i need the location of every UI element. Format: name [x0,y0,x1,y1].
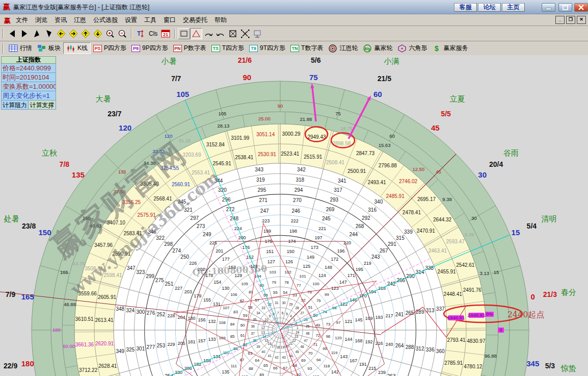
price-inner-label: 2620.91 [95,341,114,346]
wheel-number: 249 [203,232,211,237]
wheel-number: 23 [295,335,299,338]
forward-button[interactable] [18,28,31,39]
wheel-number: 46 [300,345,304,348]
solar-term-label: 清明 [542,214,557,223]
hexagon-button[interactable]: 六角形 [395,43,430,54]
p-table-button[interactable]: PNP数字表 [171,43,209,54]
diamond-down-button[interactable] [92,28,104,39]
winner-service-label: 赢家服务 [443,44,468,53]
wheel-number: 325 [126,347,135,353]
kline-button[interactable]: K线 [63,42,91,54]
gann-wheel-button[interactable]: 江恩轮 [326,43,360,54]
child-restore-button[interactable]: ❐ [566,16,575,24]
wheel-number: 19 [281,345,285,349]
price-outer-label: 3661.36 [75,342,94,347]
child-minimize-button[interactable]: _ [555,16,565,24]
wheel-number: 77 [297,283,301,288]
wheel-number: 131 [213,302,221,307]
percent-label: 31.25 [179,138,191,143]
child-close-button[interactable]: ✕ [577,16,586,24]
home-button[interactable]: 主页 [502,3,525,12]
rim-date-label: 7/9 [6,290,16,298]
step-field: 周天变化步长=1 [1,91,56,101]
quotes-button[interactable]: 行情 [6,43,35,54]
forum-button[interactable]: 论坛 [478,3,501,12]
zoom-in-button[interactable] [104,28,116,39]
back-icon [8,29,17,38]
menu-item-7[interactable]: 工具 [141,15,160,24]
diamond-right-button[interactable] [67,28,79,39]
wheel-number: 276 [147,310,155,316]
hexagon-icon [397,44,407,53]
menu-item-1[interactable]: 文件 [12,15,32,24]
menu-item-5[interactable]: 公式选股 [90,15,121,24]
t-table-button[interactable]: TNT数字表 [288,43,326,54]
price-inner-label: 2538.41 [235,155,254,160]
calc-resistance-button[interactable]: 计算阻力 [1,101,29,110]
calc-support-button[interactable]: 计算支撑 [29,101,56,110]
triangle-tool-button[interactable] [190,28,202,39]
wheel-number: 6 [282,311,284,315]
diamond-up-button[interactable] [79,28,92,39]
9t-square-button[interactable]: T99T四方形 [247,43,288,54]
percent-label: 21.88 [300,116,312,122]
menu-item-2[interactable]: 浏览 [32,15,51,24]
wheel-number: 274 [172,248,181,254]
skew-up-button[interactable] [31,28,43,39]
coefficient-field: 变换系数=1.00000 [1,82,56,91]
maximize-button[interactable] [558,3,572,12]
wheel-number: 215 [368,366,376,371]
crosshair-button[interactable] [239,28,251,39]
menu-item-8[interactable]: 窗口 [160,15,179,24]
back-button[interactable] [6,28,18,39]
menu-item-9[interactable]: 交易委托 [179,15,211,24]
screen-button[interactable] [251,28,263,39]
wheel-number: 22 [292,339,296,342]
rim-date-label: 5/5 [441,110,451,118]
menu-item-4[interactable]: 江恩 [70,15,90,24]
calendar-button[interactable]: 21 [159,28,172,39]
minimize-button[interactable] [542,3,555,12]
wheel-number: 43 [282,356,286,359]
triangle-tool-icon [192,29,201,38]
diamond-down-icon [93,29,102,38]
arc-ccw-button[interactable] [215,28,227,39]
drawing-toolbar: TCls21 [0,26,588,41]
wheel-number: 270 [293,197,302,203]
wheel-number: 195 [356,267,363,272]
wheel-number: 70 [308,351,313,356]
menu-item-6[interactable]: 设置 [121,15,141,24]
menu-item-3[interactable]: 资讯 [51,15,70,24]
skew-down-button[interactable] [43,28,55,39]
sort-updown-button[interactable]: T [135,28,147,39]
rim-degree-label: 30 [478,170,487,179]
chart-canvas[interactable]: 1234567891011121314151617181920212223242… [0,55,588,376]
wheel-number: 83 [233,310,238,314]
p-square-button[interactable]: PSP四方形 [91,43,129,54]
wheel-number: 37 [251,332,255,335]
wheel-number: 323 [137,269,145,275]
winner-service-button[interactable]: $赢家服务 [430,43,470,54]
sectors-button[interactable]: 板块 [35,43,63,54]
rim-date-label: 23/8 [22,222,36,230]
9p-square-button[interactable]: P99P四方形 [129,43,171,54]
svg-text:2440.91: 2440.91 [468,312,486,318]
wheel-number: 16 [268,342,272,345]
arc-ccw-icon [216,29,225,38]
menu-item-10[interactable]: 帮助 [211,15,230,24]
wheel-number: 42 [275,356,279,359]
close-button[interactable] [574,3,588,12]
winner-wheel-button[interactable]: Big赢家轮 [360,43,395,54]
arc-cw-button[interactable] [202,28,215,39]
box-x-button[interactable] [227,28,239,39]
zoom-out-button[interactable] [116,28,128,39]
rect-tool-button[interactable] [178,28,190,39]
solar-term-label: 小暑 [161,57,176,65]
quotes-icon [9,44,18,53]
t-square-button[interactable]: TST四方形 [209,43,247,54]
cls-button[interactable]: Cls [147,28,159,39]
service-button[interactable]: 客服 [454,3,477,12]
wheel-number: 216 [376,341,383,346]
screen-icon [253,29,262,38]
diamond-left-button[interactable] [55,28,67,39]
